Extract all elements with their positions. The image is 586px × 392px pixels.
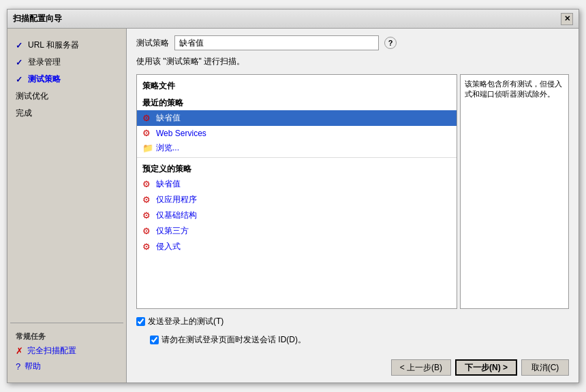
- policy-item-infra[interactable]: ⚙ 仅基础结构: [137, 208, 457, 223]
- dialog-title: 扫描配置向导: [13, 13, 62, 24]
- detail-text: 该策略包含所有测试，但侵入式和端口侦听器测试除外。: [465, 80, 562, 98]
- checkbox-send-login[interactable]: [136, 317, 145, 326]
- checkbox-row-2: 请勿在测试登录页面时发送会话 ID(D)。: [150, 334, 569, 346]
- browse-icon: 📁: [142, 143, 152, 153]
- prev-button[interactable]: < 上一步(B): [391, 359, 451, 376]
- policy-icon-webservices: ⚙: [142, 128, 152, 138]
- sidebar-divider: [10, 323, 123, 323]
- sidebar-item-complete[interactable]: 完成: [7, 105, 126, 122]
- test-policy-value: 缺省值: [174, 35, 379, 50]
- help-circle-icon[interactable]: ?: [384, 37, 397, 49]
- policy-item-browse[interactable]: 📁 浏览...: [137, 140, 457, 156]
- sidebar-item-label: 登录管理: [28, 56, 61, 68]
- policy-item-label-infra: 仅基础结构: [156, 210, 197, 221]
- policy-item-label-intrusive: 侵入式: [156, 241, 181, 252]
- policy-icon-default2: ⚙: [142, 179, 152, 189]
- sidebar-item-url-server[interactable]: URL 和服务器: [7, 37, 126, 54]
- dialog: 扫描配置向导 ✕ URL 和服务器 登录管理 测试策略 测试优化: [7, 9, 579, 383]
- main-content: 测试策略 缺省值 ? 使用该 "测试策略" 进行扫描。 策略文件 最近的策略 ⚙…: [127, 29, 579, 382]
- policy-icon-app: ⚙: [142, 195, 152, 205]
- help-icon: ?: [16, 361, 20, 372]
- recent-section-label: 最近的策略: [137, 93, 457, 110]
- header-row: 测试策略 缺省值 ?: [136, 35, 569, 50]
- policy-item-label-default2: 缺省值: [156, 178, 181, 190]
- policy-item-default2[interactable]: ⚙ 缺省值: [137, 176, 457, 192]
- policy-icon-infra: ⚙: [142, 210, 152, 220]
- help-label: 帮助: [25, 361, 41, 372]
- checkbox-no-session-id[interactable]: [150, 336, 159, 344]
- policy-item-label-app: 仅应用程序: [156, 194, 197, 206]
- close-button[interactable]: ✕: [561, 13, 573, 25]
- sidebar-item-label: 完成: [16, 108, 32, 119]
- sidebar-section-title: 常规任务: [7, 329, 126, 343]
- sidebar-task-help[interactable]: ? 帮助: [7, 359, 126, 374]
- policy-item-label-webservices: Web Services: [156, 129, 206, 138]
- policy-item-label-browse: 浏览...: [156, 142, 179, 154]
- policy-icon-intrusive: ⚙: [142, 242, 152, 252]
- split-container: 策略文件 最近的策略 ⚙ 缺省值 ⚙ Web Services 📁 浏览...: [136, 74, 569, 309]
- cancel-button[interactable]: 取消(C): [521, 359, 569, 376]
- policy-divider: [137, 157, 457, 158]
- policy-icon-third: ⚙: [142, 226, 152, 236]
- sidebar-item-label: URL 和服务器: [28, 39, 79, 51]
- sidebar-task-full-scan[interactable]: ✗ 完全扫描配置: [7, 343, 126, 359]
- checkbox-row-1: 发送登录上的测试(T): [136, 316, 569, 327]
- title-bar: 扫描配置向导 ✕: [7, 10, 579, 29]
- policy-item-webservices[interactable]: ⚙ Web Services: [137, 126, 457, 140]
- sidebar-item-test-optimize[interactable]: 测试优化: [7, 88, 126, 105]
- button-row: < 上一步(B) 下一步(N) > 取消(C): [136, 355, 569, 376]
- checkbox-label-1: 发送登录上的测试(T): [148, 316, 223, 327]
- policy-item-default1[interactable]: ⚙ 缺省值: [137, 110, 457, 126]
- wrench-icon: ✗: [16, 346, 23, 356]
- policy-item-app-only[interactable]: ⚙ 仅应用程序: [137, 192, 457, 208]
- dialog-body: URL 和服务器 登录管理 测试策略 测试优化 完成 常规任务 ✗: [7, 29, 579, 382]
- sidebar-item-label: 测试优化: [16, 91, 48, 102]
- policy-item-label-third: 仅第三方: [156, 225, 189, 237]
- policy-panel-title: 策略文件: [137, 78, 457, 93]
- policy-panel[interactable]: 策略文件 最近的策略 ⚙ 缺省值 ⚙ Web Services 📁 浏览...: [136, 74, 457, 309]
- checkbox-label-2: 请勿在测试登录页面时发送会话 ID(D)。: [161, 334, 306, 346]
- next-button[interactable]: 下一步(N) >: [455, 359, 517, 376]
- sidebar: URL 和服务器 登录管理 测试策略 测试优化 完成 常规任务 ✗: [7, 29, 127, 382]
- policy-item-label-default1: 缺省值: [156, 112, 181, 124]
- test-policy-label: 测试策略: [136, 37, 169, 49]
- policy-item-intrusive[interactable]: ⚙ 侵入式: [137, 239, 457, 255]
- full-scan-label: 完全扫描配置: [27, 345, 76, 357]
- policy-icon-default1: ⚙: [142, 113, 152, 123]
- predefined-section-label: 预定义的策略: [137, 159, 457, 176]
- sidebar-nav: URL 和服务器 登录管理 测试策略 测试优化 完成: [7, 37, 126, 317]
- policy-item-third-party[interactable]: ⚙ 仅第三方: [137, 223, 457, 239]
- sidebar-item-login-mgmt[interactable]: 登录管理: [7, 54, 126, 71]
- sidebar-item-test-policy[interactable]: 测试策略: [7, 71, 126, 88]
- scan-description: 使用该 "测试策略" 进行扫描。: [136, 56, 569, 67]
- detail-panel: 该策略包含所有测试，但侵入式和端口侦听器测试除外。: [460, 74, 569, 309]
- sidebar-item-label: 测试策略: [28, 74, 61, 85]
